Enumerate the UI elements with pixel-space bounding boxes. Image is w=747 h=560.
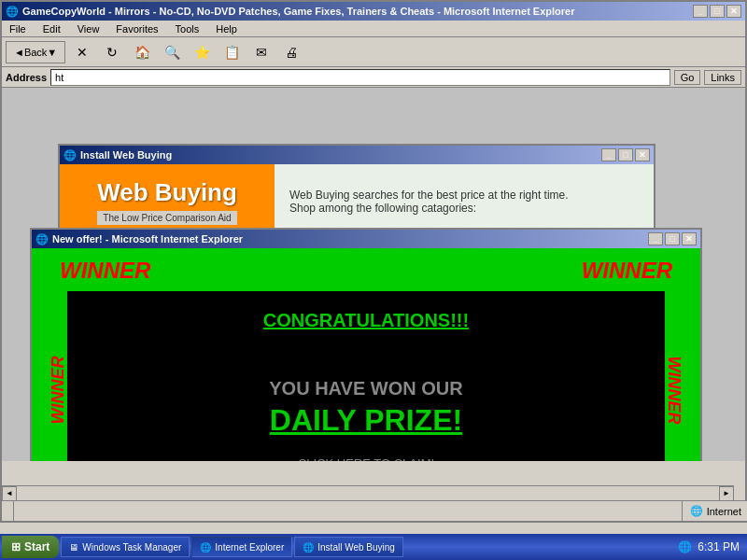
- new-offer-title-bar: 🌐 New offer! - Microsoft Internet Explor…: [32, 230, 700, 248]
- minimize-button[interactable]: _: [693, 5, 708, 18]
- menu-tools[interactable]: Tools: [172, 23, 204, 35]
- task-manager-label: Windows Task Manager: [82, 542, 181, 553]
- install-close-button[interactable]: ✕: [635, 148, 650, 161]
- daily-prize-text: DAILY PRIZE!: [86, 403, 646, 438]
- history-button[interactable]: 📋: [218, 39, 245, 65]
- menu-view[interactable]: View: [74, 23, 104, 35]
- home-button[interactable]: 🏠: [129, 39, 155, 65]
- install-title-bar: 🌐 Install Web Buying _ □ ✕: [60, 146, 654, 164]
- new-offer-title-buttons: _ □ ✕: [648, 232, 697, 245]
- ie-taskbar-icon: 🌐: [200, 542, 211, 553]
- scroll-left-button[interactable]: ◄: [2, 486, 17, 501]
- start-button[interactable]: ⊞ Start: [2, 536, 59, 558]
- new-offer-popup: 🌐 New offer! - Microsoft Internet Explor…: [30, 228, 702, 461]
- new-offer-body: WINNER WINNER WINNER CONGRATULATIONS!!! …: [32, 248, 700, 461]
- toolbar-icons: ✕ ↻ 🏠 🔍 ⭐ 📋 ✉ 🖨: [69, 39, 304, 65]
- menu-help[interactable]: Help: [212, 23, 241, 35]
- new-offer-title: New offer! - Microsoft Internet Explorer: [52, 233, 243, 245]
- won-text: YOU HAVE WON OUR: [86, 378, 646, 399]
- status-progress: [18, 504, 74, 519]
- links-button[interactable]: Links: [704, 70, 741, 85]
- back-button[interactable]: ◄ Back ▼: [6, 41, 65, 63]
- winner-top-right: WINNER: [582, 258, 672, 284]
- taskbar-item-install-wb[interactable]: 🌐 Install Web Buying: [294, 537, 403, 557]
- taskbar-item-ie[interactable]: 🌐 Internet Explorer: [191, 537, 292, 557]
- winner-side-left: WINNER: [49, 357, 68, 425]
- web-buying-tagline: The Low Price Comparison Aid: [97, 211, 236, 225]
- taskbar-right: 🌐 6:31 PM: [670, 540, 747, 553]
- horizontal-scrollbar[interactable]: ◄ ►: [2, 485, 734, 500]
- winner-side-right: WINNER: [664, 357, 684, 425]
- menu-file[interactable]: File: [6, 23, 30, 35]
- install-minimize-button[interactable]: _: [601, 148, 616, 161]
- main-title-bar: 🌐 GameCopyWorld - Mirrors - No-CD, No-DV…: [2, 2, 745, 21]
- print-button[interactable]: 🖨: [278, 39, 304, 65]
- click-here-link[interactable]: CLICK HERE TO CLAIM!: [86, 456, 646, 461]
- start-windows-icon: ⊞: [11, 540, 21, 553]
- dropdown-arrow-icon: ▼: [47, 47, 57, 58]
- maximize-button[interactable]: □: [710, 5, 725, 18]
- mail-button[interactable]: ✉: [248, 39, 275, 65]
- ie-taskbar-label: Internet Explorer: [215, 542, 284, 553]
- status-bar: 🌐 Internet: [2, 500, 747, 521]
- back-arrow-icon: ◄: [14, 47, 24, 58]
- scroll-track-h[interactable]: [17, 487, 719, 500]
- close-button[interactable]: ✕: [726, 5, 741, 18]
- content-area: 🌐 Install Web Buying _ □ ✕ Web Buying Th…: [2, 88, 745, 461]
- zone-label: Internet: [707, 506, 741, 517]
- taskbar: ⊞ Start 🖥 Windows Task Manager 🌐 Interne…: [0, 534, 747, 560]
- winner-top-row: WINNER WINNER: [41, 258, 691, 291]
- address-input[interactable]: [50, 69, 670, 86]
- new-offer-ie-icon: 🌐: [35, 233, 49, 245]
- web-buying-logo-text: Web Buying: [97, 178, 237, 207]
- stop-button[interactable]: ✕: [69, 39, 95, 65]
- install-maximize-button[interactable]: □: [618, 148, 633, 161]
- globe-icon: 🌐: [690, 505, 703, 517]
- status-segment-main: [2, 501, 14, 521]
- install-wb-label: Install Web Buying: [317, 542, 395, 553]
- new-offer-maximize-button[interactable]: □: [665, 232, 680, 245]
- scroll-right-button[interactable]: ►: [719, 486, 734, 501]
- menu-edit[interactable]: Edit: [39, 23, 64, 35]
- install-wb-icon: 🌐: [303, 542, 314, 553]
- toolbar: ◄ Back ▼ ✕ ↻ 🏠 🔍 ⭐ 📋 ✉ 🖨: [2, 37, 745, 67]
- go-button[interactable]: Go: [674, 70, 701, 85]
- task-manager-icon: 🖥: [69, 542, 78, 553]
- address-label: Address: [6, 72, 47, 83]
- tray-clock: 6:31 PM: [698, 540, 740, 553]
- menu-favorites[interactable]: Favorites: [112, 23, 162, 35]
- ie-icon: 🌐: [6, 6, 19, 18]
- search-button[interactable]: 🔍: [159, 39, 185, 65]
- start-label: Start: [24, 540, 49, 553]
- title-bar-left: 🌐 GameCopyWorld - Mirrors - No-CD, No-DV…: [6, 6, 574, 18]
- internet-zone: 🌐 Internet: [682, 501, 747, 521]
- back-label: Back: [24, 47, 47, 58]
- taskbar-item-task-manager[interactable]: 🖥 Windows Task Manager: [61, 537, 190, 557]
- winner-top-left: WINNER: [60, 258, 150, 284]
- new-offer-close-button[interactable]: ✕: [682, 232, 697, 245]
- congrats-text: CONGRATULATIONS!!!: [86, 310, 646, 331]
- install-ie-icon: 🌐: [63, 149, 77, 161]
- install-title: Install Web Buying: [80, 149, 172, 161]
- main-window-title: GameCopyWorld - Mirrors - No-CD, No-DVD …: [22, 6, 574, 17]
- address-bar: Address Go Links: [2, 67, 745, 88]
- menu-bar: File Edit View Favorites Tools Help: [2, 21, 745, 37]
- title-bar-buttons: _ □ ✕: [693, 5, 741, 18]
- install-web-buying-popup: 🌐 Install Web Buying _ □ ✕ Web Buying Th…: [58, 144, 655, 241]
- new-offer-minimize-button[interactable]: _: [648, 232, 663, 245]
- prize-section: WINNER CONGRATULATIONS!!! YOU HAVE WON O…: [49, 291, 684, 461]
- refresh-button[interactable]: ↻: [99, 39, 125, 65]
- prize-content: CONGRATULATIONS!!! YOU HAVE WON OUR DAIL…: [67, 291, 665, 461]
- main-ie-window: 🌐 GameCopyWorld - Mirrors - No-CD, No-DV…: [0, 0, 747, 523]
- install-title-buttons: _ □ ✕: [601, 148, 650, 161]
- favorites-button[interactable]: ⭐: [189, 39, 215, 65]
- web-buying-desc-text: Web Buying searches for the best price a…: [289, 189, 569, 215]
- tray-network-icon: 🌐: [678, 540, 692, 553]
